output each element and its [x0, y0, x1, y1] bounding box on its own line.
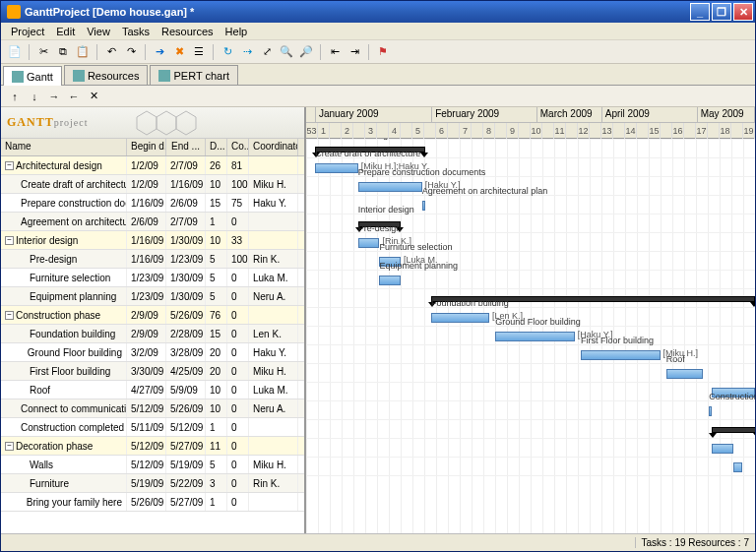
task-name-cell[interactable]: Furniture [1, 474, 127, 492]
cell-coord[interactable] [249, 418, 298, 436]
cell-end[interactable]: 1/30/09 [166, 287, 206, 305]
task-bar[interactable] [431, 313, 489, 323]
cell-comp[interactable]: 0 [227, 269, 249, 286]
task-name-cell[interactable]: Pre-design [1, 250, 127, 268]
cell-comp[interactable]: 0 [227, 418, 249, 436]
cell-comp[interactable]: 33 [227, 231, 249, 249]
task-row[interactable]: Roof4/27/095/9/09100Luka M. [1, 381, 304, 399]
cell-begin[interactable]: 4/27/09 [127, 381, 166, 399]
indent-task-icon[interactable]: → [45, 88, 63, 105]
menu-resources[interactable]: Resources [156, 25, 220, 38]
cell-coord[interactable]: Miku H. [249, 362, 298, 380]
task-row[interactable]: Walls5/12/095/19/0950Miku H. [1, 456, 304, 474]
cell-end[interactable]: 3/28/09 [166, 343, 206, 361]
cell-end[interactable]: 5/26/09 [166, 306, 206, 324]
cell-end[interactable]: 1/23/09 [166, 250, 206, 268]
cell-dur[interactable]: 20 [206, 362, 227, 380]
task-bar[interactable] [379, 276, 401, 285]
expander-icon[interactable]: − [5, 161, 14, 170]
cell-coord[interactable]: Len K. [249, 325, 298, 342]
cell-dur[interactable]: 76 [206, 306, 227, 324]
outdent-icon[interactable]: ⇥ [346, 43, 363, 61]
cell-dur[interactable]: 1 [206, 213, 227, 230]
cell-dur[interactable]: 10 [206, 381, 227, 399]
cell-comp[interactable]: 0 [227, 343, 249, 361]
task-bar[interactable] [315, 163, 357, 173]
task-name-cell[interactable]: Ground Floor building [1, 343, 127, 361]
cell-end[interactable]: 1/30/09 [166, 269, 206, 286]
cell-dur[interactable]: 5 [206, 287, 227, 305]
cell-begin[interactable]: 1/23/09 [127, 269, 166, 286]
cell-begin[interactable]: 1/16/09 [127, 194, 166, 212]
cell-dur[interactable]: 1 [206, 418, 227, 436]
arrow-right-icon[interactable]: ➔ [151, 43, 168, 61]
cell-begin[interactable]: 1/16/09 [127, 231, 166, 249]
cell-coord[interactable]: Neru A. [249, 287, 298, 305]
unlink-icon[interactable]: ✕ [85, 88, 102, 105]
task-row[interactable]: Bring your family here5/26/095/27/0910 [1, 493, 304, 512]
col-header-end[interactable]: End ... [166, 139, 206, 155]
task-name-cell[interactable]: First Floor building [1, 362, 127, 380]
cell-begin[interactable]: 5/26/09 [127, 493, 166, 511]
task-bar[interactable] [709, 406, 712, 416]
cell-end[interactable]: 1/16/09 [166, 175, 206, 193]
task-bar[interactable] [358, 182, 422, 192]
task-row[interactable]: Construction completed5/11/095/12/0910 [1, 418, 304, 437]
task-row[interactable]: Connect to communications5/12/095/26/091… [1, 399, 304, 418]
task-row[interactable]: First Floor building3/30/094/25/09200Mik… [1, 362, 304, 381]
cell-end[interactable]: 5/9/09 [166, 381, 206, 399]
cell-dur[interactable]: 26 [206, 156, 227, 174]
cell-begin[interactable]: 5/12/09 [127, 399, 166, 417]
cell-comp[interactable]: 0 [227, 493, 249, 511]
outdent-task-icon[interactable]: ← [65, 88, 83, 105]
task-bar[interactable] [712, 444, 733, 454]
task-row[interactable]: −Architectural design1/2/092/7/092681 [1, 156, 304, 175]
new-icon[interactable]: 📄 [6, 43, 24, 61]
cell-dur[interactable]: 1 [206, 493, 227, 511]
task-row[interactable]: Agreement on architectural plan2/6/092/7… [1, 213, 304, 231]
cell-begin[interactable]: 5/12/09 [127, 456, 166, 473]
cell-begin[interactable]: 5/19/09 [127, 474, 166, 492]
task-row[interactable]: −Interior design1/16/091/30/091033 [1, 231, 304, 250]
cell-begin[interactable]: 1/23/09 [127, 287, 166, 305]
cell-coord[interactable]: Miku H. [249, 456, 298, 473]
col-header-complete[interactable]: Co... [227, 139, 249, 155]
task-name-cell[interactable]: Create draft of architecture [1, 175, 127, 193]
delete-icon[interactable]: ✖ [170, 43, 188, 61]
task-name-cell[interactable]: −Decoration phase [1, 437, 127, 455]
task-row[interactable]: Furniture selection1/23/091/30/0950Luka … [1, 269, 304, 287]
cell-comp[interactable]: 0 [227, 287, 249, 305]
gantt-chart[interactable]: Architectural designCreate draft of arch… [306, 139, 755, 533]
task-name-cell[interactable]: Bring your family here [1, 493, 127, 511]
properties-icon[interactable]: ☰ [190, 43, 208, 61]
cell-comp[interactable]: 100 [227, 250, 249, 268]
task-row[interactable]: Ground Floor building3/2/093/28/09200Hak… [1, 343, 304, 362]
copy-icon[interactable]: ⧉ [54, 43, 72, 61]
move-down-icon[interactable]: ↓ [26, 88, 43, 105]
cell-comp[interactable]: 0 [227, 399, 249, 417]
cell-dur[interactable]: 15 [206, 194, 227, 212]
task-name-cell[interactable]: −Construction phase [1, 306, 127, 324]
cell-begin[interactable]: 1/16/09 [127, 250, 166, 268]
task-bar[interactable] [733, 462, 742, 472]
task-row[interactable]: Pre-design1/16/091/23/095100Rin K. [1, 250, 304, 269]
cell-coord[interactable]: Luka M. [249, 381, 298, 399]
cell-coord[interactable] [249, 437, 298, 455]
task-bar[interactable] [495, 332, 575, 341]
cell-begin[interactable]: 5/12/09 [127, 437, 166, 455]
cell-dur[interactable]: 10 [206, 399, 227, 417]
task-name-cell[interactable]: Equipment planning [1, 287, 127, 305]
task-name-cell[interactable]: Agreement on architectural plan [1, 213, 127, 230]
task-name-cell[interactable]: −Interior design [1, 231, 127, 249]
tab-gantt[interactable]: Gantt [3, 66, 62, 86]
task-bar[interactable] [666, 369, 703, 379]
cell-end[interactable]: 2/6/09 [166, 194, 206, 212]
tab-pert-chart[interactable]: PERT chart [150, 65, 237, 85]
menu-project[interactable]: Project [5, 25, 50, 38]
paste-icon[interactable]: 📋 [74, 43, 92, 61]
zoom-out-icon[interactable]: 🔎 [297, 43, 315, 61]
col-header-coordinator[interactable]: Coordinator [249, 139, 298, 155]
cell-end[interactable]: 1/30/09 [166, 231, 206, 249]
cell-comp[interactable]: 0 [227, 456, 249, 473]
cut-icon[interactable]: ✂ [34, 43, 52, 61]
